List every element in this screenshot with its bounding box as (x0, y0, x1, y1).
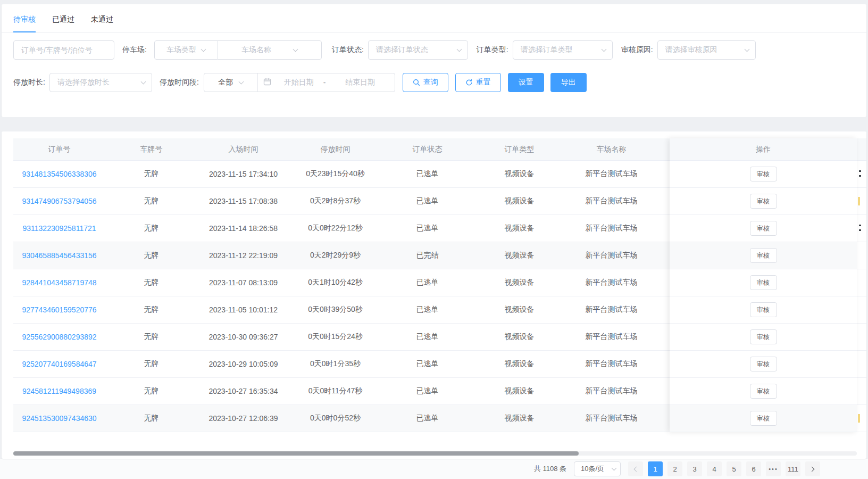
cell-order-no: 928441043458719748 (13, 269, 105, 296)
reset-button-label: 重置 (476, 78, 491, 87)
audit-reason-label: 审核原因: (621, 45, 653, 55)
keyword-input[interactable] (13, 40, 114, 60)
filter-panel: 待审核 已通过 未通过 停车场: 车场类型 车场名称 订单状态: 请选择订单状态… (2, 4, 866, 117)
period-scope-select[interactable]: 全部 (204, 73, 257, 92)
order-status-select[interactable]: 请选择订单状态 (368, 40, 468, 60)
order-number-link[interactable]: 927743460159520776 (22, 305, 96, 314)
parking-lot-group: 车场类型 车场名称 (154, 40, 322, 60)
duration-label: 停放时长: (13, 78, 45, 87)
order-number-link[interactable]: 931132230925811721 (22, 224, 96, 233)
pager: 123456•••111 (628, 461, 820, 476)
clipped-column-fragment (857, 296, 866, 324)
audit-button[interactable]: 审核 (750, 167, 777, 181)
cell-lot-name: 新平台测试车场 (565, 161, 657, 187)
cell-plate: 无牌 (105, 161, 197, 187)
tab-approved[interactable]: 已通过 (52, 15, 74, 32)
column-header: 车场名称 (565, 138, 657, 160)
page-button[interactable]: 2 (667, 461, 682, 476)
cell-status: 已逃单 (381, 324, 473, 350)
audit-button[interactable]: 审核 (750, 357, 777, 371)
order-number-link[interactable]: 924513530097434630 (22, 414, 96, 423)
horizontal-scrollbar-track[interactable] (13, 451, 857, 456)
cell-duration: 0天0时0分52秒 (289, 405, 381, 432)
order-type-select[interactable]: 请选择订单类型 (513, 40, 613, 60)
next-page-button[interactable] (805, 461, 820, 476)
fixed-action-column-body: 审核审核审核审核审核审核审核审核审核审核 (670, 161, 857, 432)
page-button[interactable]: 5 (727, 461, 741, 476)
column-header: 订单类型 (473, 138, 565, 160)
last-page-button[interactable]: 111 (786, 461, 800, 476)
cell-lot-name: 新平台测试车场 (565, 351, 657, 377)
horizontal-scrollbar-thumb[interactable] (13, 451, 579, 456)
cell-order-type: 视频设备 (473, 405, 565, 432)
fixed-action-column: 操作 审核审核审核审核审核审核审核审核审核审核 (670, 138, 857, 432)
audit-button[interactable]: 审核 (750, 275, 777, 290)
cell-duration: 0天0时39分50秒 (289, 296, 381, 323)
page-button[interactable]: 3 (687, 461, 702, 476)
cell-plate: 无牌 (105, 324, 197, 350)
order-number-link[interactable]: 928441043458719748 (22, 278, 96, 287)
settings-button-label: 设置 (519, 78, 533, 87)
end-date-input[interactable]: 结束日期 (326, 73, 394, 92)
cell-order-no: 931132230925811721 (13, 215, 105, 242)
export-button[interactable]: 导出 (550, 73, 587, 92)
order-number-link[interactable]: 931481354506338306 (22, 170, 96, 178)
audit-button[interactable]: 审核 (750, 194, 777, 209)
cell-duration: 0天2时8分37秒 (289, 188, 381, 214)
page-button[interactable]: 1 (648, 461, 663, 476)
page-button[interactable]: 6 (746, 461, 761, 476)
duration-select[interactable]: 请选择停放时长 (49, 73, 152, 92)
audit-button[interactable]: 审核 (750, 384, 777, 399)
clipped-column-fragment (857, 215, 866, 242)
search-button[interactable]: 查询 (403, 73, 448, 92)
cell-order-no: 931481354506338306 (13, 161, 105, 187)
pagination-bar: 共 1108 条 10条/页 123456•••111 (0, 459, 868, 479)
order-number-link[interactable]: 925562900880293892 (22, 333, 96, 341)
orders-table-panel: 订单号车牌号入场时间停放时间订单状态订单类型车场名称 9314813545063… (2, 131, 866, 459)
tab-rejected[interactable]: 未通过 (91, 15, 113, 32)
audit-button[interactable]: 审核 (750, 221, 777, 236)
lot-type-placeholder: 车场类型 (166, 45, 196, 55)
cell-order-no: 927743460159520776 (13, 296, 105, 323)
lot-name-select[interactable]: 车场名称 (218, 41, 321, 59)
audit-reason-select[interactable]: 请选择审核原因 (657, 40, 756, 60)
cell-status: 已完结 (381, 242, 473, 269)
tab-pending-audit[interactable]: 待审核 (13, 15, 36, 32)
audit-button[interactable]: 审核 (750, 329, 777, 344)
action-cell: 审核 (670, 351, 857, 378)
audit-button[interactable]: 审核 (750, 248, 777, 263)
audit-button[interactable]: 审核 (750, 411, 777, 426)
cell-status: 已逃单 (381, 351, 473, 377)
chevron-down-icon (612, 465, 617, 470)
period-label: 停放时间段: (160, 78, 199, 87)
order-number-link[interactable]: 924581211949498369 (22, 387, 96, 395)
cell-lot-name: 新平台测试车场 (565, 405, 657, 432)
start-date-input[interactable]: 开始日期 (274, 73, 323, 92)
prev-page-button[interactable] (628, 461, 643, 476)
lot-type-select[interactable]: 车场类型 (155, 41, 217, 59)
cell-duration: 0天2时29分9秒 (289, 242, 381, 269)
audit-button[interactable]: 审核 (750, 302, 777, 317)
cell-entry-time: 2023-11-05 10:01:12 (197, 296, 289, 323)
reset-button[interactable]: 重置 (455, 73, 501, 92)
more-pages-button[interactable]: ••• (766, 461, 781, 476)
action-cell: 审核 (670, 242, 857, 269)
order-number-link[interactable]: 931474906753794056 (22, 197, 96, 205)
settings-button[interactable]: 设置 (508, 73, 544, 92)
page-button[interactable]: 4 (707, 461, 722, 476)
cell-order-no: 931474906753794056 (13, 188, 105, 214)
chevron-down-icon (456, 46, 462, 52)
order-number-link[interactable]: 930465885456433156 (22, 251, 96, 260)
cell-entry-time: 2023-10-29 10:05:09 (197, 351, 289, 377)
clipped-header-fragment (857, 138, 866, 161)
clipped-column-fragment (857, 405, 866, 432)
cell-duration: 0天0时1分35秒 (289, 351, 381, 377)
cell-entry-time: 2023-10-27 12:06:39 (197, 405, 289, 432)
page-size-select[interactable]: 10条/页 (574, 461, 621, 476)
cell-order-type: 视频设备 (473, 188, 565, 214)
page-size-value: 10条/页 (581, 464, 604, 474)
order-number-link[interactable]: 925207740169584647 (22, 360, 96, 368)
action-cell: 审核 (670, 188, 857, 215)
chevron-down-icon (601, 46, 606, 52)
order-status-placeholder: 请选择订单状态 (376, 45, 428, 55)
